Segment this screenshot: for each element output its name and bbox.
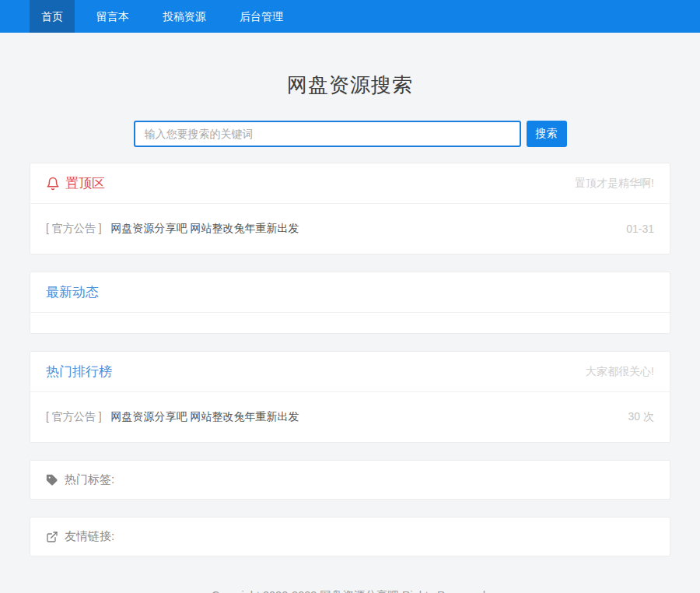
hot-header: 热门排行榜 大家都很关心! bbox=[30, 352, 670, 392]
hot-section-meta: 大家都很关心! bbox=[586, 365, 654, 379]
post-view-count: 30 次 bbox=[628, 410, 654, 424]
hot-tags-card: 热门标签: bbox=[30, 460, 670, 500]
hot-tags-label: 热门标签: bbox=[65, 472, 114, 487]
hero-section: 网盘资源搜索 搜索 bbox=[0, 33, 700, 147]
latest-empty-area bbox=[30, 313, 670, 333]
post-category-link[interactable]: [ 官方公告 ] bbox=[46, 410, 102, 424]
pinned-header: 置顶区 置顶才是精华啊! bbox=[30, 163, 670, 204]
post-category-link[interactable]: [ 官方公告 ] bbox=[46, 222, 102, 236]
friend-links-card: 友情链接: bbox=[30, 517, 670, 556]
bell-icon bbox=[46, 177, 60, 191]
pinned-section-card: 置顶区 置顶才是精华啊! [ 官方公告 ] 网盘资源分享吧 网站整改兔年重新出发… bbox=[30, 163, 670, 254]
latest-section-title: 最新动态 bbox=[46, 283, 99, 301]
nav-item-submit-resource[interactable]: 投稿资源 bbox=[151, 0, 218, 33]
copyright-line: Copyright 2022-2023 网盘资源分享吧 Rights Reser… bbox=[0, 586, 700, 593]
nav-item-home[interactable]: 首页 bbox=[30, 0, 75, 33]
hot-section-title: 热门排行榜 bbox=[46, 363, 112, 381]
post-title-link[interactable]: 网盘资源分享吧 网站整改兔年重新出发 bbox=[111, 222, 618, 236]
hot-section-card: 热门排行榜 大家都很关心! [ 官方公告 ] 网盘资源分享吧 网站整改兔年重新出… bbox=[30, 351, 670, 443]
page-footer: Copyright 2022-2023 网盘资源分享吧 Rights Reser… bbox=[0, 574, 700, 593]
pinned-title-group: 置顶区 bbox=[46, 174, 105, 192]
pinned-section-title: 置顶区 bbox=[65, 174, 105, 192]
external-link-icon bbox=[46, 531, 58, 543]
pinned-post-row: [ 官方公告 ] 网盘资源分享吧 网站整改兔年重新出发 01-31 bbox=[30, 204, 670, 254]
post-title-link[interactable]: 网盘资源分享吧 网站整改兔年重新出发 bbox=[111, 410, 619, 424]
page-title: 网盘资源搜索 bbox=[0, 72, 700, 99]
hot-post-row: [ 官方公告 ] 网盘资源分享吧 网站整改兔年重新出发 30 次 bbox=[30, 392, 670, 442]
search-bar: 搜索 bbox=[0, 121, 700, 147]
search-input[interactable] bbox=[134, 121, 521, 147]
nav-item-guestbook[interactable]: 留言本 bbox=[85, 0, 141, 33]
latest-section-card: 最新动态 bbox=[30, 272, 670, 334]
pinned-section-meta: 置顶才是精华啊! bbox=[575, 177, 654, 191]
top-navbar: 首页 留言本 投稿资源 后台管理 bbox=[0, 0, 700, 33]
latest-header: 最新动态 bbox=[30, 272, 670, 313]
search-button[interactable]: 搜索 bbox=[527, 121, 567, 147]
nav-item-admin[interactable]: 后台管理 bbox=[228, 0, 295, 33]
tag-icon bbox=[46, 474, 58, 486]
friend-links-label: 友情链接: bbox=[65, 529, 114, 544]
post-date: 01-31 bbox=[626, 223, 654, 235]
hot-title-group: 热门排行榜 bbox=[46, 363, 112, 381]
latest-title-group: 最新动态 bbox=[46, 283, 99, 301]
